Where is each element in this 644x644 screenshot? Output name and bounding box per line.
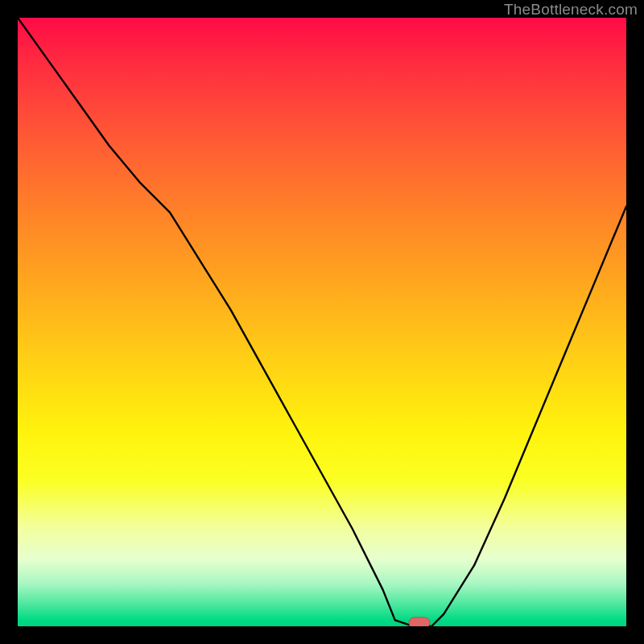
optimal-marker (409, 617, 430, 626)
bottleneck-curve-svg (18, 18, 626, 626)
optimal-marker-pill (409, 617, 430, 626)
chart-frame: TheBottleneck.com (0, 0, 644, 644)
bottleneck-curve (18, 18, 626, 626)
plot-area (18, 18, 626, 626)
watermark-text: TheBottleneck.com (504, 1, 638, 19)
curve-path (18, 18, 626, 626)
